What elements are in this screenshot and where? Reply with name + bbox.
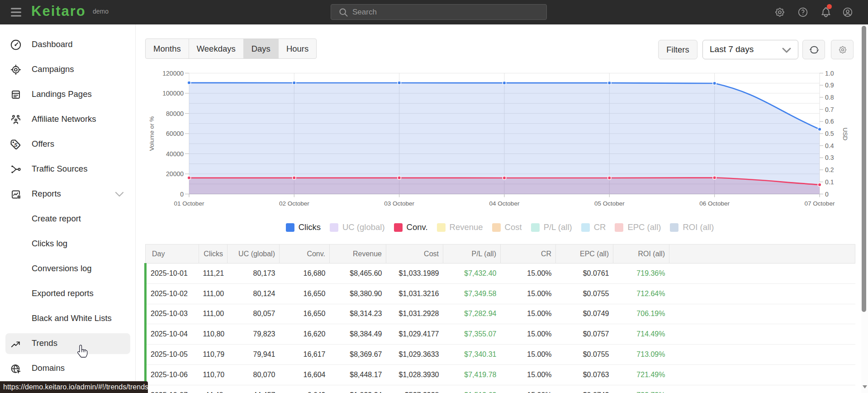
- svg-text:20000: 20000: [166, 170, 184, 177]
- svg-text:100000: 100000: [162, 90, 184, 97]
- svg-text:0.9: 0.9: [825, 81, 834, 89]
- svg-text:03 October: 03 October: [384, 200, 414, 207]
- svg-text:80000: 80000: [166, 110, 184, 117]
- svg-text:01 October: 01 October: [174, 200, 204, 207]
- svg-text:0.8: 0.8: [825, 94, 834, 101]
- svg-text:0.5: 0.5: [825, 130, 834, 137]
- svg-text:40000: 40000: [166, 150, 184, 158]
- svg-text:0.6: 0.6: [825, 118, 834, 125]
- svg-text:02 October: 02 October: [279, 200, 309, 207]
- svg-text:04 October: 04 October: [489, 200, 520, 207]
- svg-text:07 October: 07 October: [805, 200, 835, 207]
- svg-text:0: 0: [180, 191, 184, 198]
- svg-text:0.3: 0.3: [825, 154, 834, 161]
- svg-text:0.1: 0.1: [825, 178, 834, 186]
- svg-text:05 October: 05 October: [594, 200, 625, 207]
- svg-text:0.7: 0.7: [825, 106, 834, 113]
- svg-text:USD: USD: [842, 128, 849, 141]
- svg-text:1.0: 1.0: [825, 70, 834, 77]
- svg-text:S: S: [14, 142, 18, 148]
- svg-text:60000: 60000: [166, 130, 184, 137]
- svg-text:Volume or %: Volume or %: [148, 116, 155, 151]
- svg-text:0: 0: [825, 191, 829, 198]
- svg-text:120000: 120000: [162, 70, 184, 77]
- svg-text:0.4: 0.4: [825, 142, 834, 149]
- svg-text:06 October: 06 October: [699, 200, 730, 207]
- svg-text:0.2: 0.2: [825, 166, 834, 173]
